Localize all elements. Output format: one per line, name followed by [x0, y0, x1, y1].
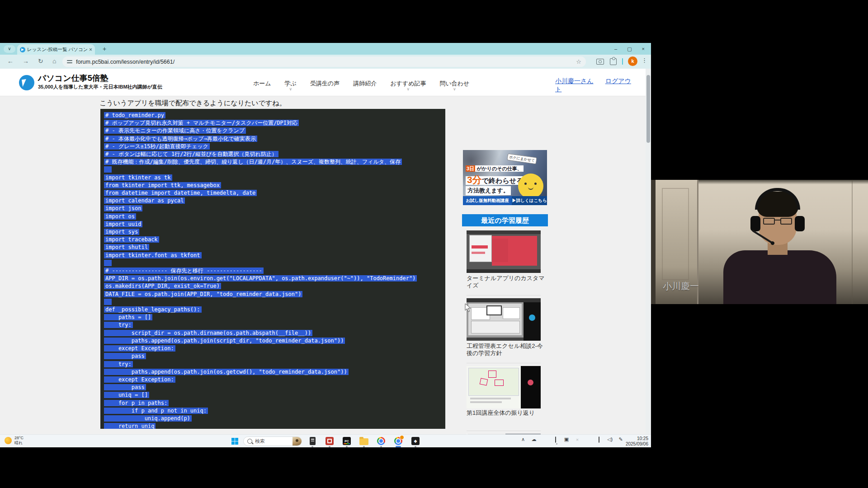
- history-thumbnail-review[interactable]: [467, 366, 541, 408]
- chevron-down-icon: ∨: [407, 87, 410, 91]
- weather-widget[interactable]: 28°C 晴れ: [5, 436, 24, 446]
- search-daily-image: [292, 436, 302, 446]
- ad-cta-right[interactable]: ▶詳しくはこちら: [512, 196, 547, 205]
- nav-item-3[interactable]: 講師紹介: [353, 80, 377, 88]
- back-icon[interactable]: ←: [7, 57, 14, 65]
- extensions-puzzle-icon[interactable]: [610, 58, 617, 65]
- code-line: pass: [104, 384, 445, 391]
- start-button[interactable]: [231, 438, 238, 445]
- participant-name: 小川慶一: [663, 280, 699, 292]
- forward-icon[interactable]: →: [23, 57, 29, 65]
- chrome-badged-icon[interactable]: [393, 436, 403, 446]
- ad-banner[interactable]: ボクにまかせて 3日がかりのその仕事、 3分で終わらせる 方法教えます。 お試し…: [463, 150, 547, 205]
- ad-cta-left[interactable]: お試し版無料動画講座: [463, 196, 512, 205]
- code-line: APP_DIR = os.path.join(os.environ.get("L…: [104, 275, 445, 282]
- home-icon[interactable]: ⌂: [52, 57, 56, 65]
- ad-mascot: [518, 174, 543, 199]
- code-line: DATA_FILE = os.path.join(APP_DIR, "todo_…: [104, 291, 445, 298]
- address-bar[interactable]: forum.pc5bai.com/lesson/entry/id/5661/ ☆: [62, 56, 586, 67]
- search-placeholder: 検索: [255, 438, 292, 445]
- headphones-band-icon: [755, 188, 800, 210]
- code-line: # 既存機能：作成/編集/削除、優先度、締切、繰り返し（日/週/月/年）、スヌー…: [104, 158, 445, 166]
- close-x-icon[interactable]: ×: [574, 437, 580, 442]
- code-line: import os: [104, 213, 445, 221]
- code-line: paths.append(os.path.join(script_dir, "t…: [104, 337, 445, 345]
- headphone-cup-left: [750, 216, 760, 231]
- taskbar-clock[interactable]: 10:25 2025/09/06: [626, 436, 648, 447]
- code-line: from tkinter import ttk, messagebox: [104, 182, 445, 189]
- nav-item-2[interactable]: 受講生の声: [310, 80, 340, 88]
- tab-title: レッスン-投稿一覧 パソコン仕事5 倍: [27, 47, 87, 53]
- code-line: import calendar as pycal: [104, 197, 445, 205]
- taskbar-search[interactable]: 検索: [243, 436, 302, 446]
- tab-favicon: [20, 47, 25, 52]
- system-tray: ∧ ☁ ▣ × ◁) ✎: [520, 436, 624, 442]
- nav-item-4[interactable]: おすすめ記事∨: [390, 80, 426, 88]
- chevron-up-icon[interactable]: ∧: [520, 436, 526, 442]
- code-line: [104, 298, 445, 306]
- clock-time: 10:25: [637, 436, 648, 441]
- snip-icon[interactable]: ▣: [563, 436, 570, 442]
- pc-app-icon[interactable]: PC: [342, 436, 352, 446]
- search-icon: [247, 439, 252, 444]
- tab-search-button[interactable]: ∨: [4, 45, 15, 53]
- tab-close-icon[interactable]: ×: [89, 47, 92, 53]
- code-line: # todo_reminder.py: [104, 112, 445, 119]
- pen-icon[interactable]: ✎: [618, 436, 624, 442]
- ad-line1: 3日がかりのその仕事、: [466, 165, 524, 172]
- history-caption[interactable]: 第1回講座全体の振り返り: [467, 409, 548, 417]
- nav-item-0[interactable]: ホーム: [253, 80, 271, 88]
- bookmark-star-icon[interactable]: ☆: [576, 58, 581, 65]
- new-tab-button[interactable]: +: [100, 45, 108, 53]
- camera-icon[interactable]: [596, 59, 604, 65]
- reader-app-icon[interactable]: [307, 436, 317, 446]
- sidebar-divider: [467, 295, 541, 296]
- chevron-down-icon: ∨: [453, 87, 456, 91]
- presenter-shoulders: [723, 250, 836, 304]
- nav-item-1[interactable]: 学ぶ∨: [285, 80, 297, 88]
- sidebar-divider: [467, 363, 541, 363]
- site-logo[interactable]: [19, 75, 34, 90]
- close-button[interactable]: ×: [642, 46, 645, 52]
- tune-icon[interactable]: [67, 60, 72, 64]
- ad-line3: 方法教えます。: [466, 186, 511, 195]
- code-line: import tkinter.font as tkfont: [104, 252, 445, 259]
- red-app-icon[interactable]: [325, 436, 335, 446]
- mouse-cursor: [465, 303, 471, 312]
- video-frame: ∨ レッスン-投稿一覧 パソコン仕事5 倍 × + – ▢ × ← → ↻ ⌂ …: [0, 0, 868, 488]
- code-line: try:: [104, 361, 445, 368]
- file-explorer-icon[interactable]: [359, 436, 369, 446]
- chrome-icon[interactable]: [376, 436, 386, 446]
- site-title[interactable]: パソコン仕事5倍塾: [38, 73, 108, 84]
- browser-scrollbar[interactable]: [646, 69, 651, 447]
- code-line: paths = []: [104, 314, 445, 321]
- volume-icon[interactable]: ◁): [607, 436, 613, 442]
- browser-tab[interactable]: レッスン-投稿一覧 パソコン仕事5 倍 ×: [17, 44, 95, 55]
- url-text[interactable]: forum.pc5bai.com/lesson/entry/id/5661/: [76, 59, 576, 65]
- microphone-icon[interactable]: [552, 437, 559, 442]
- code-line: [104, 166, 445, 174]
- profile-avatar[interactable]: k: [628, 56, 637, 66]
- presenter-glasses: [763, 218, 792, 225]
- nav-item-5[interactable]: 問い合わせ∨: [439, 80, 469, 88]
- scrollbar-thumb[interactable]: [646, 75, 650, 143]
- monitor-icon[interactable]: [596, 437, 602, 442]
- code-line: for p in paths:: [104, 399, 445, 407]
- code-line: # ----------------- 保存先と移行 -------------…: [104, 267, 445, 275]
- main-nav: ホーム学ぶ∨受講生の声講師紹介おすすめ記事∨問い合わせ∨: [253, 80, 469, 88]
- refresh-icon[interactable]: ↻: [38, 57, 43, 65]
- history-caption[interactable]: 工程管理表エクセル相談2-今後の学習方針: [467, 343, 548, 357]
- history-caption[interactable]: ターミナルアプリのカスタマイズ: [467, 275, 548, 289]
- maximize-button[interactable]: ▢: [627, 46, 632, 52]
- history-thumbnail-terminal[interactable]: [467, 230, 541, 273]
- window-controls: – ▢ ×: [614, 43, 648, 55]
- minimize-button[interactable]: –: [614, 46, 617, 52]
- dark-app-icon[interactable]: ◆: [410, 436, 420, 446]
- cloud-icon[interactable]: ☁: [531, 436, 537, 442]
- code-line: import uuid: [104, 221, 445, 228]
- history-thumbnail-excel[interactable]: [467, 298, 541, 341]
- code-line: paths.append(os.path.join(os.getcwd(), "…: [104, 368, 445, 376]
- code-block[interactable]: # todo_reminder.py# ポップアップ見切れ永久対策 + マルチモ…: [100, 109, 445, 429]
- user-link[interactable]: 小川慶一さん: [555, 77, 594, 84]
- menu-kebab-icon[interactable]: ⋮: [642, 57, 647, 64]
